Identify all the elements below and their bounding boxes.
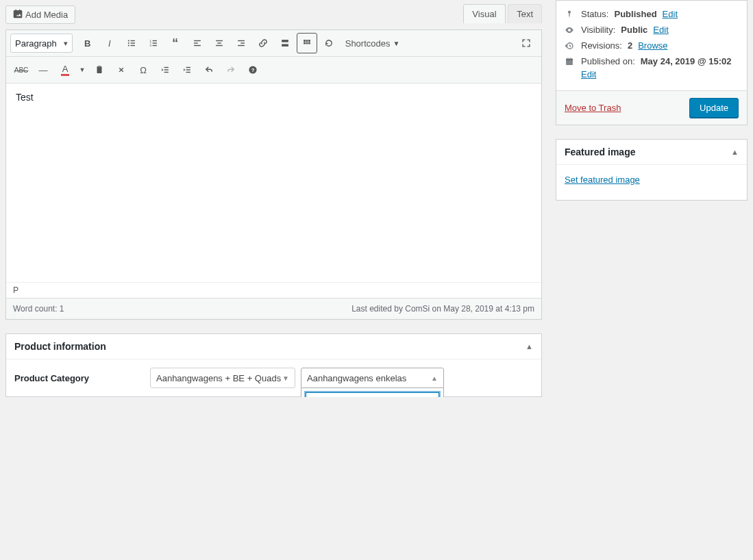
svg-text:?: ? <box>251 67 255 73</box>
svg-rect-12 <box>194 40 201 41</box>
chevron-up-icon: ▲ <box>431 374 438 382</box>
svg-rect-22 <box>282 44 288 47</box>
svg-rect-24 <box>306 40 308 42</box>
collapse-icon[interactable]: ▲ <box>526 342 533 351</box>
refresh-icon[interactable] <box>319 33 339 53</box>
tab-text[interactable]: Text <box>508 4 542 23</box>
visibility-value: Public <box>621 25 647 35</box>
published-on-value: May 24, 2019 @ 15:02 <box>641 56 732 66</box>
svg-rect-17 <box>216 45 223 46</box>
collapse-icon[interactable]: ▲ <box>731 148 739 156</box>
svg-rect-29 <box>97 66 102 73</box>
svg-rect-36 <box>186 72 190 73</box>
textcolor-icon[interactable]: A <box>55 60 75 80</box>
shortcodes-dropdown[interactable]: Shortcodes▼ <box>340 33 406 53</box>
svg-text:3: 3 <box>149 44 151 47</box>
svg-rect-35 <box>186 69 190 70</box>
toolbar-toggle-icon[interactable] <box>297 33 317 53</box>
revisions-label: Revisions: <box>581 40 622 51</box>
editor: Paragraph B I 123 “ Shortcodes▼ ABC — A <box>5 29 542 320</box>
publish-box: Status: Published Edit Visibility: Publi… <box>556 0 748 125</box>
special-char-icon[interactable]: Ω <box>133 60 153 80</box>
editor-content[interactable]: Test <box>6 84 541 282</box>
strikethrough-icon[interactable]: ABC <box>11 60 32 80</box>
product-category-select-2[interactable]: Aanhangwagens enkelas ▲ <box>301 368 444 388</box>
set-featured-image-link[interactable]: Set featured image <box>565 175 640 185</box>
revisions-value: 2 <box>628 40 632 51</box>
numbered-list-icon[interactable]: 123 <box>143 33 164 53</box>
svg-rect-34 <box>186 67 190 68</box>
align-right-icon[interactable] <box>231 33 251 53</box>
pin-icon <box>565 10 576 19</box>
readmore-icon[interactable] <box>275 33 295 53</box>
media-icon <box>13 9 23 21</box>
svg-rect-20 <box>238 45 245 46</box>
product-info-metabox: Product information ▲ Product Category A… <box>5 333 542 397</box>
blockquote-icon[interactable]: “ <box>165 33 186 53</box>
svg-rect-3 <box>130 42 134 43</box>
fullscreen-icon[interactable] <box>516 33 536 53</box>
clear-format-icon[interactable] <box>111 60 132 80</box>
svg-rect-16 <box>217 42 221 43</box>
status-value: Published <box>614 9 656 19</box>
product-info-title: Product information <box>14 341 106 352</box>
editor-path[interactable]: P <box>6 282 541 298</box>
published-on-label: Published on: <box>581 56 635 66</box>
undo-icon[interactable] <box>199 60 219 80</box>
link-icon[interactable] <box>253 33 273 53</box>
indent-icon[interactable] <box>177 60 197 80</box>
redo-icon[interactable] <box>221 60 241 80</box>
svg-point-2 <box>127 42 129 44</box>
product-category-dropdown: Select a product category Aanhangwagens … <box>301 388 444 397</box>
product-category-select-1[interactable]: Aanhangwagens + BE + Quads ▼ <box>150 368 295 388</box>
align-center-icon[interactable] <box>209 33 230 53</box>
svg-rect-19 <box>240 42 245 43</box>
update-button[interactable]: Update <box>689 98 739 118</box>
help-icon[interactable]: ? <box>243 60 263 80</box>
svg-point-4 <box>127 44 129 46</box>
italic-icon[interactable]: I <box>99 33 120 53</box>
featured-image-box: Featured image ▲ Set featured image <box>556 139 748 201</box>
align-left-icon[interactable] <box>187 33 208 53</box>
textcolor-chevron-icon[interactable]: ▼ <box>77 60 88 80</box>
svg-rect-9 <box>152 42 156 43</box>
paste-text-icon[interactable] <box>89 60 110 80</box>
chevron-down-icon: ▼ <box>282 374 289 382</box>
bullet-list-icon[interactable] <box>121 33 142 53</box>
product-category-label: Product Category <box>14 373 145 383</box>
svg-rect-26 <box>304 42 306 44</box>
visibility-label: Visibility: <box>581 25 615 35</box>
history-icon <box>565 41 576 51</box>
move-to-trash-link[interactable]: Move to Trash <box>565 103 621 113</box>
tab-visual[interactable]: Visual <box>463 4 505 23</box>
svg-rect-11 <box>152 45 156 46</box>
revisions-browse-link[interactable]: Browse <box>638 40 667 51</box>
svg-rect-42 <box>567 58 568 60</box>
outdent-icon[interactable] <box>155 60 175 80</box>
svg-rect-15 <box>216 40 223 41</box>
svg-rect-5 <box>130 45 134 46</box>
svg-rect-7 <box>152 40 156 41</box>
svg-rect-23 <box>304 40 306 42</box>
bold-icon[interactable]: B <box>77 33 98 53</box>
svg-rect-32 <box>164 69 169 70</box>
dropdown-search-input[interactable] <box>306 392 439 397</box>
visibility-edit-link[interactable]: Edit <box>653 25 668 35</box>
svg-rect-43 <box>570 58 571 60</box>
status-edit-link[interactable]: Edit <box>663 9 678 19</box>
add-media-button[interactable]: Add Media <box>5 5 75 24</box>
format-select[interactable]: Paragraph <box>10 34 73 53</box>
svg-point-0 <box>127 40 129 41</box>
svg-rect-41 <box>566 58 573 60</box>
status-label: Status: <box>581 9 608 19</box>
svg-rect-28 <box>308 42 310 44</box>
toolbar-row-1: Paragraph B I 123 “ Shortcodes▼ <box>6 30 541 57</box>
hr-icon[interactable]: — <box>33 60 53 80</box>
add-media-label: Add Media <box>25 10 68 20</box>
svg-rect-14 <box>194 45 201 46</box>
date-edit-link[interactable]: Edit <box>581 69 596 79</box>
svg-rect-25 <box>308 40 310 42</box>
word-count: Word count: 1 <box>13 304 64 314</box>
featured-image-title: Featured image <box>565 147 635 157</box>
svg-rect-18 <box>238 40 245 41</box>
